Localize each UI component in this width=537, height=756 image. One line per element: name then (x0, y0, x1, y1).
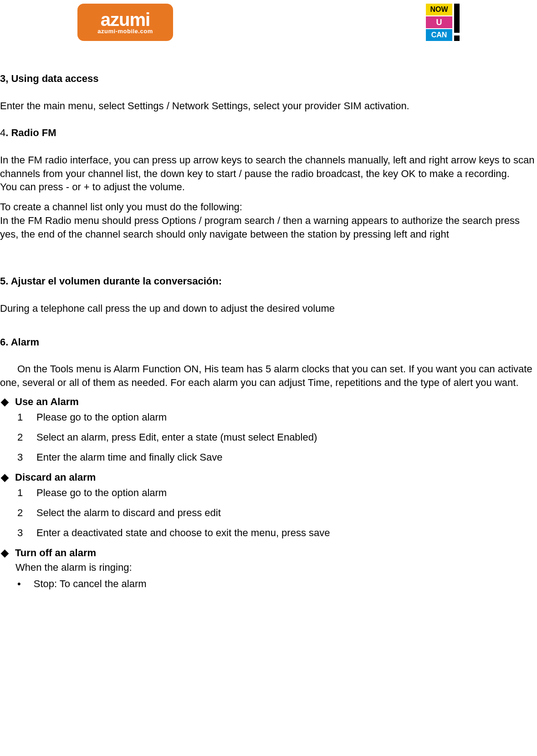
tagline-can: CAN (426, 29, 452, 41)
list-number: 1 (17, 487, 24, 499)
section-3-body: Enter the main menu, select Settings / N… (0, 99, 537, 113)
use-alarm-title: Use an Alarm (15, 396, 79, 408)
list-item: 1Please go to the option alarm (17, 411, 537, 423)
diamond-icon: ◆ (1, 548, 9, 558)
section-4-p1: In the FM radio interface, you can press… (0, 153, 537, 180)
bullet-icon: • (17, 578, 21, 590)
list-item: 2Select an alarm, press Edit, enter a st… (17, 431, 537, 443)
section-4-heading: 4. Radio FM (0, 126, 537, 140)
diamond-icon: ◆ (1, 397, 9, 407)
tagline-now: NOW (426, 4, 452, 15)
list-text: Please go to the option alarm (36, 411, 167, 423)
now-u-can-logo: NOW U CAN (426, 4, 460, 45)
section-6-heading: 6. Alarm (0, 335, 537, 349)
list-number: 3 (17, 452, 24, 463)
use-alarm-heading: ◆ Use an Alarm (1, 396, 537, 408)
list-item: 1Please go to the option alarm (17, 487, 537, 499)
list-number: 3 (17, 527, 24, 539)
exclamation-icon (454, 4, 460, 41)
tagline-u: U (426, 16, 452, 28)
turnoff-alarm-title: Turn off an alarm (15, 547, 96, 559)
list-text: Enter a deactivated state and choose to … (36, 527, 330, 539)
list-text: Stop: To cancel the alarm (34, 578, 147, 590)
section-4-p2: You can press - or + to adjust the volum… (0, 180, 537, 194)
section-4-number: 4 (0, 127, 5, 138)
document-body: 3, Using data access Enter the main menu… (0, 49, 537, 590)
diamond-icon: ◆ (1, 472, 9, 482)
logo-brand-text: azumi (101, 10, 150, 29)
section-5-heading: 5. Ajustar el volumen durante la convers… (0, 274, 537, 288)
list-item: 3Enter the alarm time and finally click … (17, 452, 537, 463)
list-text: Select the alarm to discard and press ed… (36, 507, 221, 519)
list-item: 2Select the alarm to discard and press e… (17, 507, 537, 519)
azumi-logo: azumi azumi-mobile.com (77, 4, 173, 41)
discard-alarm-heading: ◆ Discard an alarm (1, 472, 537, 483)
turnoff-alarm-heading: ◆ Turn off an alarm (1, 547, 537, 559)
section-3-heading: 3, Using data access (0, 72, 537, 86)
section-4-p4: In the FM Radio menu should press Option… (0, 214, 537, 241)
list-item: 3Enter a deactivated state and choose to… (17, 527, 537, 539)
discard-alarm-title: Discard an alarm (15, 472, 96, 483)
section-5-body: During a telephone call press the up and… (0, 302, 537, 315)
list-text: Enter the alarm time and finally click S… (36, 452, 222, 463)
section-4-p3: To create a channel list only you must d… (0, 200, 537, 214)
list-number: 1 (17, 411, 24, 423)
logo-url-text: azumi-mobile.com (97, 28, 153, 35)
page-header: azumi azumi-mobile.com NOW U CAN (0, 0, 537, 49)
turnoff-sub: When the alarm is ringing: (15, 562, 537, 573)
list-text: Please go to the option alarm (36, 487, 167, 499)
list-number: 2 (17, 507, 24, 519)
list-text: Select an alarm, press Edit, enter a sta… (36, 431, 317, 443)
list-item: • Stop: To cancel the alarm (17, 578, 537, 590)
section-4-title: . Radio FM (5, 127, 56, 138)
section-6-intro: On the Tools menu is Alarm Function ON, … (0, 362, 537, 389)
list-number: 2 (17, 431, 24, 443)
